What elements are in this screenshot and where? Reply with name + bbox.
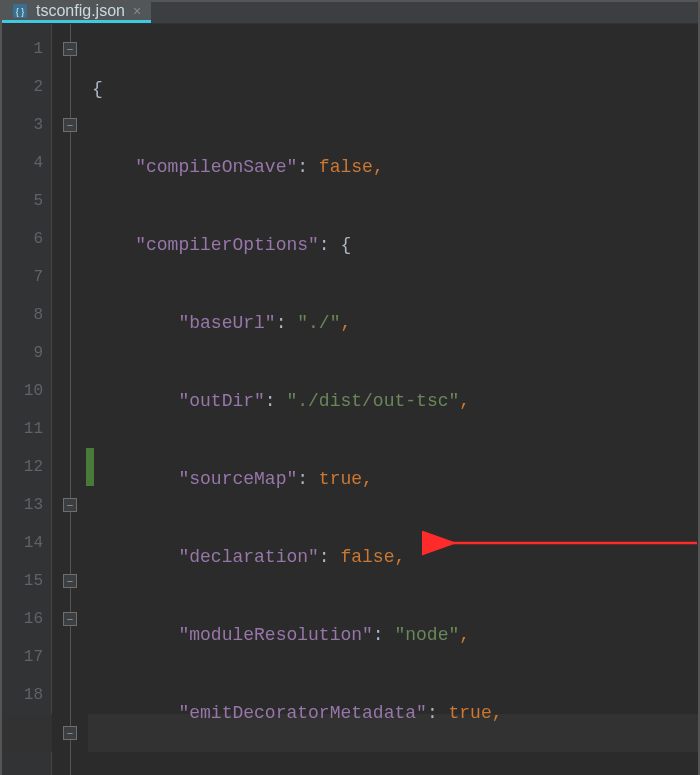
line-number: 1 [2,30,51,68]
json-key: "baseUrl" [178,313,275,333]
line-number: 8 [2,296,51,334]
fold-toggle[interactable]: − [63,726,77,740]
json-string: "./dist/out-tsc" [286,391,459,411]
fold-toggle[interactable]: − [63,118,77,132]
line-number: 13 [2,486,51,524]
json-key: "compileOnSave" [135,157,297,177]
line-number: 17 [2,638,51,676]
json-bool: true [319,469,362,489]
json-key: "declaration" [178,547,318,567]
code-area[interactable]: 1 2 3 4 5 6 7 8 9 10 11 12 13 14 15 16 1… [2,24,698,775]
code-content[interactable]: { "compileOnSave": false, "compilerOptio… [88,24,698,775]
line-number: 11 [2,410,51,448]
json-key: "outDir" [178,391,264,411]
fold-gutter: − − − − − − [52,24,88,775]
line-number-gutter: 1 2 3 4 5 6 7 8 9 10 11 12 13 14 15 16 1… [2,24,52,775]
brace-open: { [92,79,103,99]
line-number: 6 [2,220,51,258]
tab-bar: { } tsconfig.json × [2,2,698,24]
json-key: "sourceMap" [178,469,297,489]
line-number: 9 [2,334,51,372]
line-number: 5 [2,182,51,220]
fold-toggle[interactable]: − [63,42,77,56]
json-key: "moduleResolution" [178,625,372,645]
close-icon[interactable]: × [133,3,141,19]
tab-filename: tsconfig.json [36,2,125,20]
json-bool: false [340,547,394,567]
line-number: 15 [2,562,51,600]
line-number: 16 [2,600,51,638]
fold-toggle[interactable]: − [63,612,77,626]
change-marker [86,448,94,486]
line-number: 3 [2,106,51,144]
json-string: "./" [297,313,340,333]
line-number: 7 [2,258,51,296]
json-bool: false [319,157,373,177]
json-file-icon: { } [12,3,28,19]
json-key: "emitDecoratorMetadata" [178,703,426,723]
json-bool: true [448,703,491,723]
line-number: 12 [2,448,51,486]
fold-toggle[interactable]: − [63,574,77,588]
json-key: "compilerOptions" [135,235,319,255]
file-tab[interactable]: { } tsconfig.json × [2,2,151,23]
fold-toggle[interactable]: − [63,498,77,512]
line-number: 18 [2,676,51,714]
line-number: 14 [2,524,51,562]
line-number: 10 [2,372,51,410]
line-number: 2 [2,68,51,106]
json-string: "node" [394,625,459,645]
line-number: 4 [2,144,51,182]
code-editor: { } tsconfig.json × 1 2 3 4 5 6 7 8 9 10… [0,0,700,775]
brace-open: { [340,235,351,255]
svg-text:{ }: { } [16,7,25,17]
